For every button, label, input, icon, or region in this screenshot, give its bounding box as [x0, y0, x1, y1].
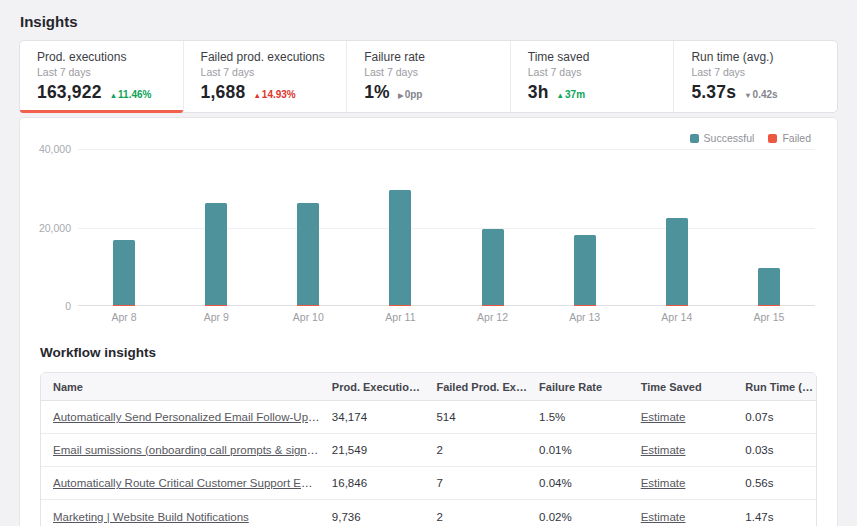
time-saved-estimate-link[interactable]: Estimate: [641, 511, 686, 523]
y-tick-label: 20,000: [39, 222, 71, 234]
legend-label: Successful: [704, 132, 755, 144]
stat-delta: ▶0pp: [398, 89, 423, 100]
stat-delta: ▲37m: [557, 89, 585, 100]
x-axis-labels: Apr 8 Apr 9 Apr 10 Apr 11 Apr 12 Apr 13 …: [78, 311, 815, 323]
x-tick-label: Apr 8: [78, 311, 170, 323]
workflow-name-link[interactable]: Automatically Send Personalized Email Fo…: [53, 411, 320, 423]
time-saved-estimate-link[interactable]: Estimate: [641, 444, 686, 456]
x-tick-label: Apr 9: [170, 311, 262, 323]
prod-executions-value: 21,549: [320, 444, 425, 456]
table-row: Automatically Route Critical Customer Su…: [41, 467, 816, 500]
bar-apr-10: [262, 149, 354, 306]
stat-value: 5.37s: [691, 82, 736, 103]
x-tick-label: Apr 12: [447, 311, 539, 323]
executions-bar-chart: 40,000 20,000 0: [78, 149, 815, 306]
bar-apr-15: [723, 149, 815, 306]
x-tick-label: Apr 13: [539, 311, 631, 323]
legend-item-failed[interactable]: Failed: [768, 132, 811, 144]
x-tick-label: Apr 11: [354, 311, 446, 323]
column-header-run-time-avg[interactable]: Run Time (Avg.): [733, 381, 816, 393]
failure-rate-value: 0.04%: [527, 477, 629, 489]
workflow-insights-table: Name Prod. Executions↓ Failed Prod. Exec…: [40, 372, 817, 526]
run-time-value: 0.03s: [733, 444, 816, 456]
stat-period: Last 7 days: [528, 65, 674, 79]
stat-cards-bar: Prod. executions Last 7 days 163,922 ▲11…: [19, 40, 838, 113]
bar-series: [78, 149, 815, 306]
stat-period: Last 7 days: [201, 65, 347, 79]
successful-swatch-icon: [690, 134, 699, 143]
y-tick-label: 0: [65, 300, 71, 312]
bar-apr-13: [539, 149, 631, 306]
trend-up-icon: ▲: [253, 91, 260, 100]
legend-item-successful[interactable]: Successful: [690, 132, 755, 144]
failed-executions-value: 2: [424, 444, 527, 456]
time-saved-estimate-link[interactable]: Estimate: [641, 411, 686, 423]
y-tick-label: 40,000: [39, 143, 71, 155]
table-row: Email sumissions (onboarding call prompt…: [41, 434, 816, 467]
stat-label: Time saved: [528, 50, 674, 65]
table-row: Automatically Send Personalized Email Fo…: [41, 401, 816, 434]
bar-apr-9: [170, 149, 262, 306]
stat-card-failed-prod-executions[interactable]: Failed prod. executions Last 7 days 1,68…: [183, 41, 347, 112]
prod-executions-value: 9,736: [320, 511, 425, 523]
x-tick-label: Apr 15: [723, 311, 815, 323]
insights-main-panel: Successful Failed 40,000 20,000 0: [19, 117, 838, 526]
stat-delta: ▲14.93%: [253, 89, 295, 100]
stat-value: 1,688: [201, 82, 246, 103]
stat-card-failure-rate[interactable]: Failure rate Last 7 days 1% ▶0pp: [346, 41, 510, 112]
bar-apr-14: [631, 149, 723, 306]
stat-period: Last 7 days: [691, 65, 837, 79]
x-tick-label: Apr 14: [631, 311, 723, 323]
stat-card-prod-executions[interactable]: Prod. executions Last 7 days 163,922 ▲11…: [20, 41, 183, 112]
failed-swatch-icon: [768, 134, 777, 143]
bar-apr-11: [354, 149, 446, 306]
bar-apr-8: [78, 149, 170, 306]
workflow-name-link[interactable]: Email sumissions (onboarding call prompt…: [53, 444, 320, 456]
failed-executions-value: 7: [424, 477, 527, 489]
run-time-value: 0.07s: [733, 411, 816, 423]
stat-delta: ▼0.42s: [744, 89, 777, 100]
prod-executions-value: 16,846: [320, 477, 425, 489]
bar-apr-12: [447, 149, 539, 306]
stat-delta: ▲11.46%: [110, 89, 152, 100]
failure-rate-value: 1.5%: [527, 411, 629, 423]
prod-executions-value: 34,174: [320, 411, 425, 423]
failure-rate-value: 0.02%: [527, 511, 629, 523]
column-header-prod-executions[interactable]: Prod. Executions↓: [320, 381, 425, 393]
stat-card-run-time-avg[interactable]: Run time (avg.) Last 7 days 5.37s ▼0.42s: [673, 41, 837, 112]
time-saved-estimate-link[interactable]: Estimate: [641, 477, 686, 489]
column-header-failure-rate[interactable]: Failure Rate: [527, 381, 629, 393]
trend-flat-icon: ▶: [398, 91, 404, 100]
stat-label: Failed prod. executions: [201, 50, 347, 65]
failed-executions-value: 514: [424, 411, 527, 423]
trend-up-icon: ▲: [557, 91, 564, 100]
x-tick-label: Apr 10: [262, 311, 354, 323]
stat-value: 3h: [528, 82, 549, 103]
workflow-insights-heading: Workflow insights: [40, 345, 837, 360]
stat-period: Last 7 days: [364, 65, 510, 79]
stat-period: Last 7 days: [37, 65, 183, 79]
trend-down-icon: ▼: [744, 91, 751, 100]
table-row: Marketing | Website Build Notifications …: [41, 500, 816, 526]
table-header-row: Name Prod. Executions↓ Failed Prod. Exec…: [41, 373, 816, 401]
stat-label: Failure rate: [364, 50, 510, 65]
workflow-name-link[interactable]: Marketing | Website Build Notifications: [53, 511, 249, 523]
stat-value: 163,922: [37, 82, 102, 103]
stat-label: Prod. executions: [37, 50, 183, 65]
failure-rate-value: 0.01%: [527, 444, 629, 456]
workflow-name-link[interactable]: Automatically Route Critical Customer Su…: [53, 477, 320, 489]
selected-card-indicator: [20, 110, 183, 113]
insights-page: Insights Prod. executions Last 7 days 16…: [0, 0, 857, 526]
page-title: Insights: [0, 0, 857, 40]
column-header-name[interactable]: Name: [41, 381, 320, 393]
stat-label: Run time (avg.): [691, 50, 837, 65]
stat-card-time-saved[interactable]: Time saved Last 7 days 3h ▲37m: [510, 41, 674, 112]
column-header-time-saved[interactable]: Time Saved: [629, 381, 734, 393]
chart-legend: Successful Failed: [20, 118, 837, 144]
run-time-value: 0.56s: [733, 477, 816, 489]
stat-value: 1%: [364, 82, 390, 103]
trend-up-icon: ▲: [110, 91, 117, 100]
failed-executions-value: 2: [424, 511, 527, 523]
column-header-failed-prod-executions[interactable]: Failed Prod. Executions: [424, 381, 527, 393]
run-time-value: 1.47s: [733, 511, 816, 523]
